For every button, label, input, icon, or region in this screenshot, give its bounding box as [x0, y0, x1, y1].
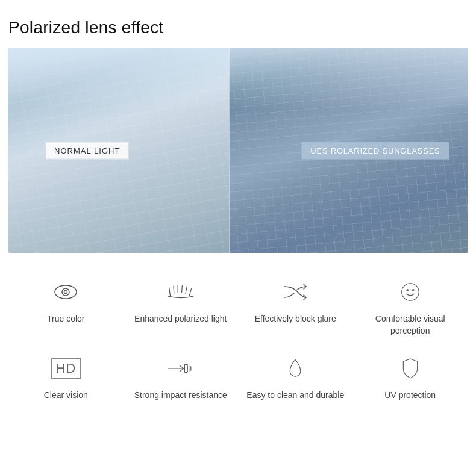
- enhanced-polarized-label: Enhanced polarized light: [134, 313, 227, 325]
- feature-block-glare: Effectively block glare: [241, 277, 349, 325]
- feature-impact-resistance: Strong impact resistance: [127, 353, 235, 402]
- svg-line-7: [186, 286, 187, 293]
- svg-point-10: [407, 290, 408, 291]
- comfortable-label: Comfortable visual perception: [356, 313, 465, 337]
- svg-point-1: [62, 288, 69, 296]
- divider-line: [229, 48, 230, 253]
- eye-icon: [48, 277, 84, 307]
- smile-svg: [396, 281, 425, 303]
- feature-uv-protection: UV protection: [356, 353, 465, 402]
- impact-icon: [163, 353, 199, 384]
- smile-icon: [392, 277, 428, 307]
- impact-svg: [166, 357, 195, 380]
- feature-enhanced-polarized: Enhanced polarized light: [127, 277, 235, 325]
- svg-line-3: [169, 288, 171, 296]
- true-color-label: True color: [47, 313, 85, 325]
- page-title: Polarized lens effect: [8, 18, 468, 37]
- hd-icon: HD: [48, 353, 84, 384]
- sky-overlay: [8, 48, 468, 110]
- feature-easy-clean: Easy to clean and durable: [241, 353, 349, 402]
- svg-point-2: [64, 291, 67, 294]
- shield-icon: [392, 353, 428, 384]
- lashes-svg: [166, 281, 195, 303]
- feature-clear-vision: HD Clear vision: [11, 353, 120, 402]
- svg-rect-13: [184, 365, 187, 373]
- lens-comparison-image: NORMAL LIGHT UES ROLARIZED SUNGLASSES: [8, 48, 468, 253]
- polarized-label: UES ROLARIZED SUNGLASSES: [301, 142, 449, 160]
- feature-comfortable: Comfortable visual perception: [356, 277, 465, 337]
- block-glare-label: Effectively block glare: [255, 313, 336, 325]
- svg-line-8: [189, 288, 191, 295]
- svg-point-9: [402, 284, 419, 301]
- shuffle-icon: [277, 277, 313, 307]
- easy-clean-label: Easy to clean and durable: [246, 390, 344, 402]
- svg-line-6: [181, 286, 182, 293]
- clear-vision-label: Clear vision: [44, 390, 88, 402]
- impact-resistance-label: Strong impact resistance: [134, 390, 227, 402]
- features-section: True color Enhanced: [8, 271, 468, 425]
- normal-light-label: NORMAL LIGHT: [45, 142, 130, 160]
- features-row-1: True color Enhanced: [8, 277, 468, 337]
- shuffle-svg: [281, 281, 310, 303]
- drop-svg: [281, 357, 310, 380]
- svg-point-11: [412, 290, 413, 291]
- svg-point-0: [55, 285, 77, 299]
- drop-icon: [277, 353, 313, 384]
- page-wrapper: Polarized lens effect NORMAL LIGHT UES R…: [0, 0, 476, 443]
- uv-protection-label: UV protection: [384, 390, 436, 402]
- hd-text: HD: [51, 358, 81, 379]
- svg-line-4: [174, 286, 174, 293]
- features-row-2: HD Clear vision: [8, 353, 468, 402]
- lashes-icon: [163, 277, 199, 307]
- feature-true-color: True color: [11, 277, 120, 325]
- eye-svg: [51, 281, 80, 303]
- shield-svg: [396, 357, 425, 380]
